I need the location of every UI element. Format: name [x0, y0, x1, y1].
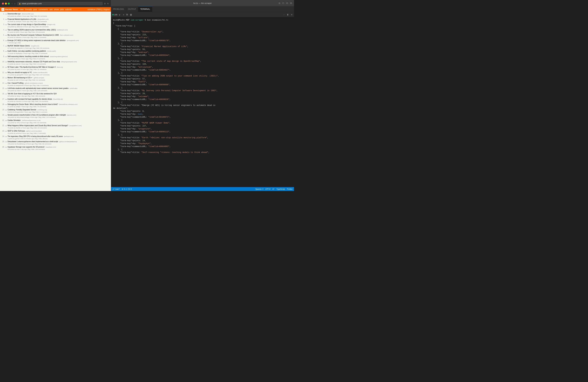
item-title[interactable]: Tell HN: Ever think of applying to YC? D… [7, 93, 57, 95]
vote-arrow[interactable]: ▲ [5, 119, 7, 122]
item-title[interactable]: The legendary Zilog Z80 CPU is being dis… [7, 135, 63, 137]
vote-arrow[interactable]: ▲ [5, 76, 7, 79]
item-title[interactable]: Emerge (YC W21) is hiring senior enginee… [7, 39, 65, 41]
vote-arrow[interactable]: ▲ [5, 114, 7, 116]
hn-nav-threads[interactable]: threads [25, 8, 32, 11]
vote-arrow[interactable]: ▲ [5, 18, 7, 21]
vote-arrow[interactable]: ▲ [5, 140, 7, 143]
vote-arrow[interactable]: ▲ [5, 39, 7, 42]
item-title[interactable]: Ceefax Simulator [7, 119, 21, 121]
hn-nav-ask[interactable]: ask [49, 8, 53, 11]
share-icon[interactable]: ⬆ [104, 2, 106, 5]
hn-nav-past[interactable]: past [33, 8, 37, 11]
item-title[interactable]: Coz: Causal Profiling [7, 82, 23, 84]
vote-arrow[interactable]: ▲ [5, 29, 7, 31]
hn-nav-show[interactable]: show [54, 8, 59, 11]
statusbar-branch[interactable]: ⎇ main* [112, 188, 120, 190]
terminal-chevron-button[interactable]: ∨ [118, 13, 121, 16]
item-title[interactable]: Dehydrated: Letsencrypt/acme client impl… [7, 141, 58, 143]
item-title[interactable]: Morton: Bit Interleaving in C/C++ [7, 77, 32, 79]
terminal-output-line: "term-key">points: 0, [113, 110, 292, 113]
maximize-window-button[interactable] [8, 3, 10, 5]
vote-arrow[interactable]: ▲ [5, 23, 7, 26]
url-bar[interactable]: 🔒 news.ycombinator.com [17, 2, 103, 5]
hn-nav-submit[interactable]: submit [65, 8, 71, 11]
tab-terminal[interactable]: TERMINAL [138, 6, 152, 12]
item-title[interactable]: Debugging the Doctor Brain: Who's teachi… [7, 103, 58, 105]
item-title[interactable]: SICP in GNU TeXmacs [7, 130, 25, 132]
vote-arrow[interactable]: ▲ [5, 61, 7, 63]
item-meta: 108 points by thunderbong 14 hours ago |… [7, 143, 110, 145]
close-terminal-button[interactable]: ✕ [291, 13, 293, 16]
hn-logout[interactable]: logout [104, 8, 110, 11]
item-title[interactable]: U-M finds students with alphabetically l… [7, 87, 69, 89]
statusbar-spaces[interactable]: Spaces: 2 [255, 188, 263, 190]
statusbar-line-ending[interactable]: LF [273, 188, 274, 190]
statusbar-encoding[interactable]: UTF-8 [265, 188, 271, 190]
vote-arrow[interactable]: ▲ [5, 13, 7, 15]
vote-arrow[interactable]: ▲ [5, 71, 7, 74]
terminal-output-line: "term-key">commentsURL: "item?id=4010097… [113, 116, 292, 119]
terminal-output-line: "term-key">title: "Emerge (YC W21) is hi… [113, 104, 292, 107]
item-title[interactable]: HelloKitty ransomware rebrands, releases… [7, 61, 60, 63]
item-title[interactable]: Doomscroller.xyz [7, 13, 21, 15]
item-title[interactable]: What Happens When Hyperscalers and Cloud… [7, 125, 68, 127]
split-editor-button[interactable]: ⧉ [278, 1, 281, 5]
item-title[interactable]: My Journey into Personal Computer Softwa… [7, 34, 59, 36]
vote-arrow[interactable]: ▲ [5, 103, 7, 106]
item-title[interactable]: Senate passes reauthorization of key US … [7, 114, 66, 116]
item-title[interactable]: Why you should not apply to YC [7, 71, 32, 73]
hn-nav-new[interactable]: new [20, 8, 24, 11]
statusbar-language[interactable]: TypeScript [276, 188, 285, 190]
minimize-window-button[interactable] [5, 3, 7, 5]
split-terminal-button[interactable]: ⧉ [126, 13, 128, 16]
branch-name: main* [115, 188, 120, 190]
refresh-icon[interactable]: ↻ [107, 2, 109, 5]
vote-arrow[interactable]: ▲ [5, 135, 7, 138]
vote-arrow[interactable]: ▲ [5, 34, 7, 36]
vote-arrow[interactable]: ▲ [5, 124, 7, 127]
vote-arrow[interactable]: ▲ [5, 45, 7, 47]
vote-arrow[interactable]: ▲ [5, 55, 7, 58]
item-content: Doomscroller.xyz (doomscroller.xyz) 223 … [7, 13, 110, 17]
vote-arrow[interactable]: ▲ [5, 146, 7, 148]
layout3-button[interactable]: ⊞ [289, 1, 293, 5]
item-title[interactable]: Earth Online: non-stop satellite monitor… [7, 50, 46, 52]
tab-problems[interactable]: PROBLEMS [111, 6, 126, 12]
more-actions-button[interactable]: ··· [283, 13, 285, 16]
close-window-button[interactable] [2, 3, 4, 5]
vote-arrow[interactable]: ▲ [5, 108, 7, 111]
vote-arrow[interactable]: ▲ [5, 50, 7, 52]
vote-arrow[interactable]: ▲ [5, 87, 7, 89]
maximize-terminal-button[interactable]: ⬆ [286, 13, 289, 16]
item-title[interactable]: Self-reasoning tokens: teaching models t… [7, 55, 49, 57]
vote-arrow[interactable]: ▲ [5, 92, 7, 95]
statusbar-errors[interactable]: ⊘ 0 ⚠ 0 ℹ 0 [122, 188, 132, 190]
vote-arrow[interactable]: ▲ [5, 130, 7, 132]
item-title[interactable]: Codeberg: Partially Degraded Service [7, 109, 36, 111]
vote-arrow[interactable]: ▲ [5, 82, 7, 84]
hn-user-link[interactable]: ushakov (7661) [87, 8, 102, 11]
item-title[interactable]: Supabase Storage now supports the S3 pro… [7, 146, 44, 148]
item-title[interactable]: 50 Years Later: This Apollo-Era Antenna … [7, 66, 56, 68]
item-title[interactable]: MuPDF WASM Viewer Demo [7, 45, 30, 47]
item-title[interactable]: Financial Market Applications of LLMs [7, 18, 36, 20]
terminal-output-line: "term-key">points: 26, [113, 92, 292, 95]
new-terminal-button[interactable]: + [122, 13, 125, 16]
forward-button[interactable]: › [14, 2, 16, 5]
item-title[interactable]: Tips on adding JSON output to your comma… [7, 29, 56, 31]
trash-terminal-button[interactable]: 🗑 [129, 13, 133, 16]
layout-button[interactable]: ⊡ [282, 1, 285, 5]
layout2-button[interactable]: ⊟ [286, 1, 289, 5]
item-title[interactable]: The current state of map design in OpenS… [7, 23, 46, 25]
statusbar-formatter[interactable]: Prettier [287, 188, 293, 190]
hn-nav-comments[interactable]: comments [38, 8, 48, 11]
tab-output[interactable]: OUTPUT [126, 6, 138, 12]
hn-nav-jobs[interactable]: jobs [60, 8, 64, 11]
item-title[interactable]: Inverters with constant full load capabi… [7, 98, 52, 100]
back-button[interactable]: ‹ [11, 2, 13, 5]
vote-arrow[interactable]: ▲ [5, 98, 7, 100]
vote-arrow[interactable]: ▲ [5, 66, 7, 68]
item-domain: (supabase.com) [45, 146, 56, 148]
hn-logo[interactable]: Y [1, 8, 4, 11]
